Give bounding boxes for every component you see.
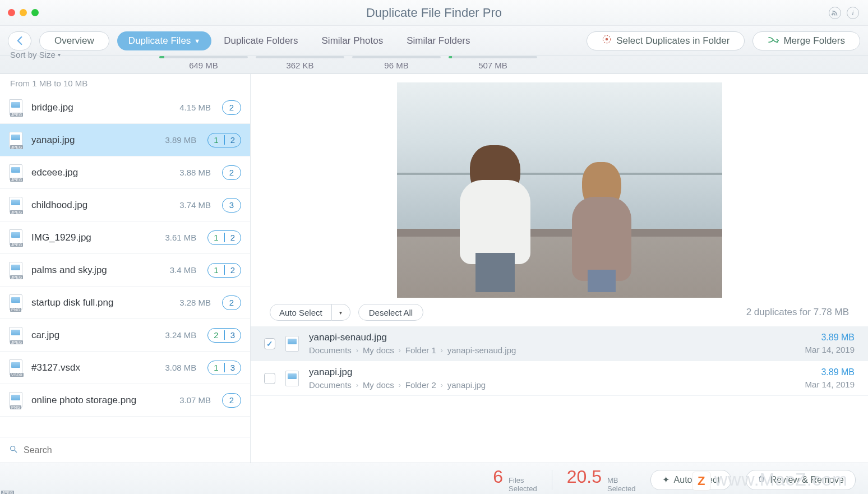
auto-select-dropdown[interactable]: ▾ bbox=[332, 304, 350, 321]
file-name: startup disk full.png bbox=[31, 297, 173, 308]
duplicate-row[interactable]: JPEGyanapi-senaud.jpgDocuments›My docs›F… bbox=[251, 326, 868, 361]
window-controls bbox=[8, 9, 39, 16]
dup-count-badge: 3 bbox=[222, 198, 241, 213]
close-window-button[interactable] bbox=[8, 9, 15, 16]
rss-icon[interactable] bbox=[829, 7, 841, 19]
svg-point-1 bbox=[606, 38, 608, 41]
dup-count-badge: 12 bbox=[207, 230, 241, 245]
auto-select-button[interactable]: Auto Select bbox=[270, 304, 332, 321]
row-checkbox[interactable] bbox=[264, 338, 275, 349]
tab-size-3: 507 MB bbox=[445, 56, 541, 70]
file-size: 3.24 MB bbox=[165, 330, 196, 340]
file-icon: JPEG bbox=[9, 197, 25, 214]
file-row[interactable]: JPEGbridge.jpg4.15 MB2 bbox=[0, 91, 250, 124]
file-icon: JPEG bbox=[9, 262, 25, 279]
dup-count-badge: 2 bbox=[222, 393, 241, 408]
dup-meta: 3.89 MBMar 14, 2019 bbox=[805, 367, 855, 389]
file-row[interactable]: VSDX#3127.vsdx3.08 MB13 bbox=[0, 352, 250, 384]
file-row[interactable]: JPEGIMG_1929.jpg3.61 MB12 bbox=[0, 221, 250, 254]
tab-duplicate-folders[interactable]: Duplicate Folders bbox=[213, 31, 309, 50]
file-row[interactable]: PNGonline photo storage.png3.07 MB2 bbox=[0, 384, 250, 417]
file-row[interactable]: JPEGyanapi.jpg3.89 MB12 bbox=[0, 124, 250, 156]
file-name: bridge.jpg bbox=[31, 102, 173, 113]
files-selected-stat: 6 Files Selected bbox=[493, 467, 537, 493]
target-icon bbox=[602, 34, 612, 47]
footer-auto-select-button[interactable]: ✦ Auto Select bbox=[650, 470, 732, 490]
file-name: #3127.vsdx bbox=[31, 362, 158, 373]
tab-similar-photos[interactable]: Similar Photos bbox=[311, 31, 395, 50]
file-icon: JPEG bbox=[285, 371, 299, 386]
file-size: 3.08 MB bbox=[165, 363, 196, 372]
info-icon[interactable]: i bbox=[847, 7, 859, 19]
file-name: edceee.jpg bbox=[31, 167, 173, 178]
review-remove-label: Review & Remove bbox=[770, 475, 844, 485]
tab-duplicate-files[interactable]: Duplicate Files▼ bbox=[117, 31, 211, 50]
trash-icon bbox=[758, 474, 765, 486]
category-tabs: Duplicate Files▼Duplicate FoldersSimilar… bbox=[117, 31, 482, 50]
sort-button[interactable]: Sort by Size ▾ bbox=[0, 46, 71, 59]
main-split: From 1 MB to 10 MB JPEGbridge.jpg4.15 MB… bbox=[0, 74, 868, 463]
file-size: 3.88 MB bbox=[179, 168, 211, 177]
file-row[interactable]: JPEGedceee.jpg3.88 MB2 bbox=[0, 156, 250, 189]
file-row[interactable]: JPEGcar.jpg3.24 MB23 bbox=[0, 319, 250, 352]
search-input[interactable] bbox=[24, 445, 241, 455]
dup-meta: 3.89 MBMar 14, 2019 bbox=[805, 333, 855, 354]
merge-folders-label: Merge Folders bbox=[783, 35, 845, 47]
footer: 6 Files Selected 20.5 MB Selected ✦ Auto… bbox=[0, 463, 868, 494]
file-icon: JPEG bbox=[9, 229, 25, 246]
detail-pane: Auto Select ▾ Deselect All 2 duplicates … bbox=[251, 74, 868, 463]
mb-selected-number: 20.5 bbox=[567, 467, 602, 487]
dup-count-badge: 12 bbox=[207, 133, 241, 147]
dup-count-badge: 2 bbox=[222, 296, 241, 310]
tab-size-0: 649 MB bbox=[156, 56, 251, 70]
tab-size-1: 362 KB bbox=[252, 56, 348, 70]
duplicate-actions-row: Auto Select ▾ Deselect All 2 duplicates … bbox=[251, 298, 868, 326]
file-name: childhood.jpg bbox=[31, 200, 173, 211]
file-name: IMG_1929.jpg bbox=[31, 232, 158, 243]
files-label: Files bbox=[509, 477, 537, 484]
window-title: Duplicate File Finder Pro bbox=[366, 6, 502, 20]
minimize-window-button[interactable] bbox=[20, 9, 27, 16]
chevron-down-icon: ▾ bbox=[339, 310, 342, 316]
toolbar: Overview Duplicate Files▼Duplicate Folde… bbox=[0, 26, 868, 56]
dup-count-badge: 2 bbox=[222, 165, 241, 180]
deselect-all-button[interactable]: Deselect All bbox=[358, 304, 423, 321]
file-row[interactable]: JPEGchildhood.jpg3.74 MB3 bbox=[0, 189, 250, 221]
file-name: yanapi.jpg bbox=[31, 135, 158, 146]
file-icon: JPEG bbox=[285, 336, 299, 352]
sparkle-icon: ✦ bbox=[662, 474, 670, 485]
file-size: 3.89 MB bbox=[165, 135, 196, 145]
file-icon: JPEG bbox=[9, 99, 25, 116]
file-size: 3.28 MB bbox=[179, 298, 211, 307]
titlebar: Duplicate File Finder Pro i bbox=[0, 0, 868, 26]
chevron-down-icon: ▼ bbox=[194, 38, 200, 44]
tab-similar-folders[interactable]: Similar Folders bbox=[395, 31, 481, 50]
search-row bbox=[0, 437, 250, 463]
zoom-window-button[interactable] bbox=[31, 9, 39, 16]
row-checkbox[interactable] bbox=[264, 373, 275, 384]
svg-line-3 bbox=[15, 450, 17, 453]
file-icon: JPEG bbox=[9, 132, 25, 149]
category-size-bars: 649 MB362 KB96 MB507 MB bbox=[0, 56, 868, 74]
preview-area bbox=[251, 74, 868, 298]
duplicate-list: JPEGyanapi-senaud.jpgDocuments›My docs›F… bbox=[251, 326, 868, 396]
file-name: palms and sky.jpg bbox=[31, 265, 163, 276]
selected-label-2: Selected bbox=[607, 485, 636, 493]
review-remove-button[interactable]: Review & Remove bbox=[746, 470, 856, 490]
chevron-down-icon: ▾ bbox=[58, 52, 61, 58]
file-size: 3.07 MB bbox=[179, 395, 211, 405]
divider bbox=[552, 470, 552, 490]
duplicate-row[interactable]: JPEGyanapi.jpgDocuments›My docs›Folder 2… bbox=[251, 361, 868, 396]
sort-label: Sort by Size bbox=[10, 50, 56, 59]
file-row[interactable]: PNGstartup disk full.png3.28 MB2 bbox=[0, 287, 250, 319]
file-icon: JPEG bbox=[9, 164, 25, 181]
merge-folders-button[interactable]: Merge Folders bbox=[752, 31, 860, 50]
file-row[interactable]: JPEGpalms and sky.jpg3.4 MB12 bbox=[0, 254, 250, 287]
select-duplicates-folder-button[interactable]: Select Duplicates in Folder bbox=[587, 31, 745, 50]
dup-file-name: yanapi.jpg bbox=[309, 367, 486, 378]
file-list[interactable]: JPEGbridge.jpg4.15 MB2JPEGyanapi.jpg3.89… bbox=[0, 91, 250, 437]
dup-file-path: Documents›My docs›Folder 2›yanapi.jpg bbox=[309, 380, 486, 390]
file-size: 3.74 MB bbox=[179, 200, 211, 210]
file-icon: VSDX bbox=[9, 359, 25, 376]
file-icon: PNG bbox=[9, 392, 25, 409]
